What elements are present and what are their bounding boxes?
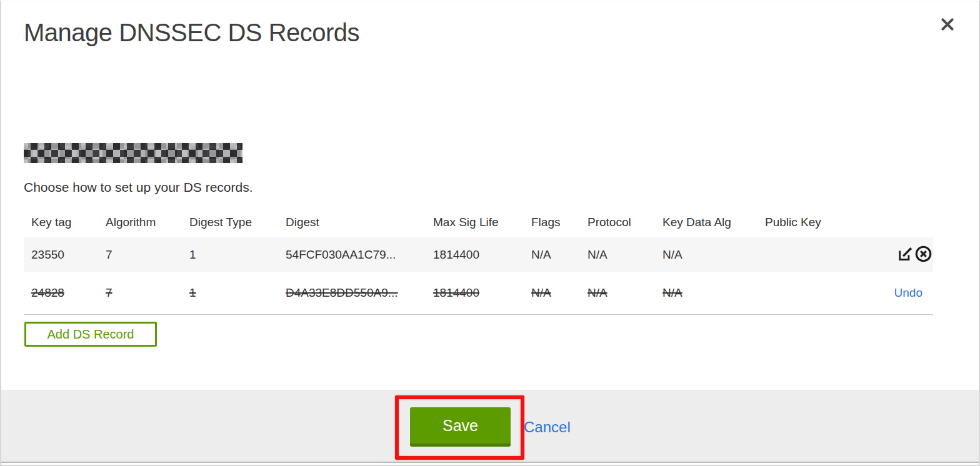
col-header-key-data-alg: Key Data Alg — [662, 216, 765, 229]
window-bottom-divider — [1, 462, 979, 463]
cell-flags: N/A — [531, 286, 588, 300]
cell-digest-type: 1 — [189, 286, 286, 300]
col-header-algorithm: Algorithm — [106, 216, 189, 229]
cell-key-data-alg: N/A — [662, 248, 765, 262]
col-header-protocol: Protocol — [588, 216, 662, 229]
cell-max-sig-life: 1814400 — [433, 248, 531, 262]
cell-key-data-alg: N/A — [662, 286, 765, 300]
cell-max-sig-life: 1814400 — [433, 286, 531, 300]
cell-flags: N/A — [531, 248, 588, 262]
cell-digest: D4A33E8DD550A9... — [286, 286, 433, 300]
cell-algorithm: 7 — [106, 286, 189, 300]
cell-digest: 54FCF030AA1C79... — [286, 248, 433, 262]
col-header-max-sig-life: Max Sig Life — [433, 216, 531, 229]
col-header-flags: Flags — [531, 216, 588, 229]
page-title: Manage DNSSEC DS Records — [24, 19, 359, 47]
delete-record-button[interactable] — [914, 246, 932, 264]
cell-protocol: N/A — [588, 286, 662, 300]
setup-instruction-text: Choose how to set up your DS records. — [24, 180, 253, 195]
cell-key-tag: 23550 — [24, 248, 106, 262]
col-header-digest-type: Digest Type — [189, 216, 286, 229]
cell-key-tag: 24828 — [24, 286, 106, 300]
cell-protocol: N/A — [588, 248, 662, 262]
row-actions: Undo — [882, 286, 933, 300]
close-icon — [939, 26, 956, 35]
ds-records-table: Key tag Algorithm Digest Type Digest Max… — [24, 207, 933, 315]
col-header-digest: Digest — [286, 216, 433, 229]
col-header-public-key: Public Key — [765, 216, 882, 229]
save-button[interactable]: Save — [410, 407, 511, 447]
cell-digest-type: 1 — [189, 248, 286, 262]
col-header-key-tag: Key tag — [24, 216, 106, 229]
table-row-pending-delete: 24828 7 1 D4A33E8DD550A9... 1814400 N/A … — [24, 272, 933, 315]
table-header-row: Key tag Algorithm Digest Type Digest Max… — [24, 207, 933, 237]
dnssec-modal: Manage DNSSEC DS Records Choose how to s… — [0, 0, 980, 466]
cell-algorithm: 7 — [106, 248, 189, 262]
delete-circle-icon — [914, 245, 932, 265]
edit-icon — [897, 245, 914, 264]
undo-link[interactable]: Undo — [894, 286, 932, 300]
table-row: 23550 7 1 54FCF030AA1C79... 1814400 N/A … — [24, 237, 933, 272]
redacted-domain-name — [24, 143, 242, 163]
modal-footer: Save Cancel — [1, 390, 979, 462]
edit-record-button[interactable] — [896, 246, 914, 264]
close-button[interactable] — [938, 15, 958, 35]
row-actions — [882, 246, 933, 264]
cancel-link[interactable]: Cancel — [524, 419, 571, 436]
add-ds-record-button[interactable]: Add DS Record — [24, 322, 157, 347]
